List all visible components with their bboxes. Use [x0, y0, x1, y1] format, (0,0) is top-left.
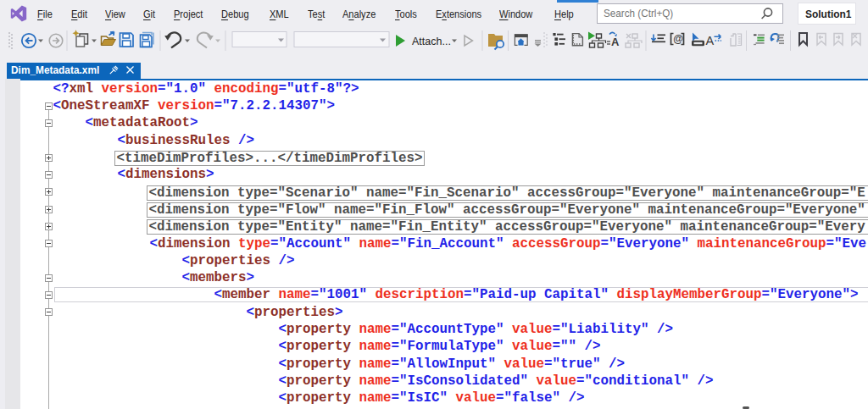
svg-text:Attach...: Attach... — [412, 36, 451, 47]
svg-text:@: @ — [673, 33, 683, 45]
svg-text:A: A — [611, 36, 620, 48]
svg-text:A: A — [706, 34, 715, 47]
